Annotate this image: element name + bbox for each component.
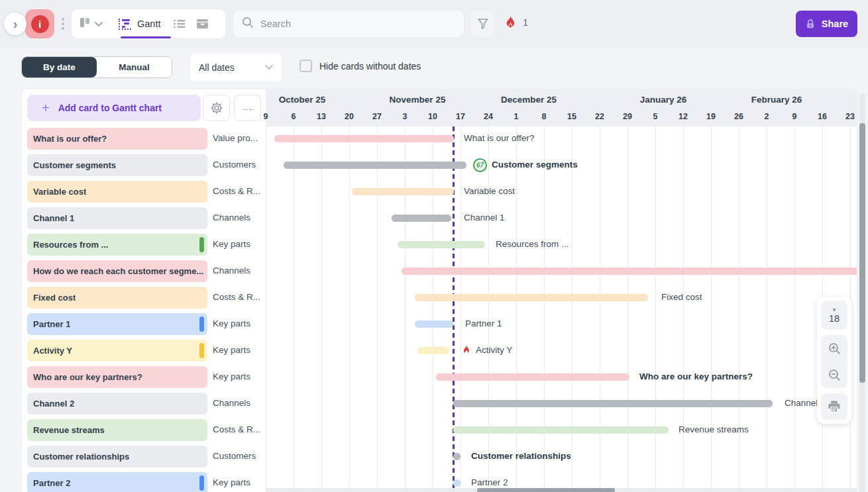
- card-title: Customer relationships: [27, 452, 129, 462]
- week-label: 12: [678, 112, 688, 121]
- filter-funnel-icon: [477, 18, 489, 30]
- by-date-toggle[interactable]: By date: [22, 57, 97, 77]
- gantt-card[interactable]: Resources from ...: [27, 234, 207, 256]
- gantt-bar[interactable]: [415, 320, 453, 328]
- zoom-level-button[interactable]: ▾ 18: [821, 301, 847, 330]
- gantt-panel: + Add card to Gantt chart →← October 25N…: [21, 89, 857, 492]
- schedule-mode-toggle: By date Manual: [21, 56, 172, 78]
- gantt-card[interactable]: Partner 2: [27, 472, 207, 492]
- gantt-chart-area[interactable]: What is our offer?67Customer segmentsVar…: [266, 126, 857, 492]
- card-color-strip: [199, 237, 204, 252]
- week-label: 27: [372, 112, 382, 121]
- week-label: 15: [567, 112, 576, 121]
- list-view-button[interactable]: [174, 19, 186, 28]
- progress-badge: 67: [473, 158, 487, 172]
- gantt-bar[interactable]: [415, 294, 648, 301]
- horizontal-scrollbar-thumb[interactable]: [477, 488, 615, 492]
- week-label: 10: [428, 112, 437, 121]
- priority-indicator[interactable]: 1: [505, 16, 528, 29]
- priority-flame-icon: [462, 345, 470, 358]
- card-title: Channel 2: [27, 399, 74, 409]
- zoom-in-button[interactable]: [821, 335, 847, 362]
- date-range-select[interactable]: All dates: [190, 54, 282, 81]
- gantt-card[interactable]: Revenue streams: [27, 419, 207, 441]
- gantt-card[interactable]: Customer relationships: [27, 446, 207, 467]
- add-card-button[interactable]: + Add card to Gantt chart: [27, 95, 201, 121]
- card-list-label: Customers: [213, 160, 256, 170]
- vertical-scrollbar-thumb[interactable]: [859, 123, 865, 383]
- gantt-card[interactable]: Partner 1: [27, 313, 207, 335]
- gantt-bar[interactable]: [436, 373, 629, 381]
- zoom-level-value: 18: [829, 313, 840, 324]
- week-label: 20: [345, 112, 354, 121]
- bar-label: Customer relationships: [471, 451, 571, 461]
- gantt-card[interactable]: Customer segments: [27, 154, 207, 176]
- top-toolbar: › i Gantt: [0, 0, 868, 48]
- gantt-settings-button[interactable]: [203, 95, 230, 121]
- gantt-bar[interactable]: [352, 188, 454, 195]
- share-button[interactable]: Share: [796, 11, 857, 37]
- chevron-down-icon[interactable]: [95, 18, 103, 30]
- search-input[interactable]: [260, 19, 433, 29]
- zoom-out-button[interactable]: [821, 362, 847, 388]
- bar-label: What is our offer?: [464, 133, 534, 143]
- filter-button[interactable]: [470, 11, 495, 37]
- gantt-bar[interactable]: [402, 268, 857, 275]
- gantt-bar[interactable]: [417, 347, 449, 354]
- bar-label: Revenue streams: [678, 424, 749, 434]
- caret-down-icon: ▾: [832, 307, 836, 313]
- gantt-card[interactable]: What is our offer?: [27, 128, 207, 150]
- gantt-card[interactable]: Variable cost: [27, 181, 207, 203]
- gantt-bar[interactable]: [453, 453, 461, 460]
- card-title: Who are our key partners?: [27, 372, 142, 382]
- gantt-bar[interactable]: [453, 479, 461, 487]
- add-card-label: Add card to Gantt chart: [58, 103, 162, 113]
- gantt-bar[interactable]: [453, 400, 773, 407]
- gantt-bar[interactable]: [284, 162, 466, 169]
- collapse-columns-button[interactable]: →←: [234, 95, 261, 121]
- gantt-bar[interactable]: [453, 426, 669, 434]
- board-logo[interactable]: i: [25, 9, 54, 38]
- week-gridline: [683, 126, 684, 492]
- card-title: Partner 1: [27, 319, 70, 329]
- card-color-strip: [199, 343, 204, 358]
- tab-gantt[interactable]: Gantt: [119, 9, 160, 38]
- gantt-bar[interactable]: [398, 241, 485, 248]
- card-title: Variable cost: [27, 187, 86, 197]
- card-list-label: Key parts: [213, 319, 250, 328]
- hide-cards-label: Hide cards without dates: [319, 61, 421, 72]
- card-title: Customer segments: [27, 160, 116, 170]
- print-button[interactable]: [821, 393, 847, 420]
- bar-label: Variable cost: [464, 186, 515, 196]
- search-bar[interactable]: [233, 11, 464, 37]
- search-icon: [242, 17, 254, 31]
- week-gridline: [349, 126, 350, 492]
- gantt-card[interactable]: Fixed cost: [27, 287, 207, 309]
- gantt-card[interactable]: Who are our key partners?: [27, 366, 207, 388]
- card-list-label: Key parts: [213, 239, 250, 249]
- archive-view-button[interactable]: [196, 19, 209, 29]
- board-menu-button[interactable]: [58, 17, 68, 31]
- print-icon: [828, 401, 841, 413]
- kanban-view-button[interactable]: [80, 17, 103, 30]
- week-label: 24: [484, 112, 493, 121]
- gantt-card[interactable]: Activity Y: [27, 340, 207, 362]
- week-gridline: [794, 126, 795, 492]
- week-label: 13: [317, 112, 326, 121]
- week-label: 22: [595, 112, 604, 121]
- gantt-card[interactable]: Channel 2: [27, 393, 207, 415]
- week-label: 9: [792, 112, 797, 121]
- chevron-down-icon: [265, 65, 273, 70]
- plus-icon: +: [42, 101, 50, 116]
- collapse-sidebar-button[interactable]: ›: [4, 13, 27, 35]
- week-label: 29: [623, 112, 632, 121]
- card-color-strip: [199, 475, 204, 491]
- hide-cards-checkbox[interactable]: [299, 60, 312, 72]
- gantt-card[interactable]: How do we reach each customer segme...: [27, 260, 207, 282]
- gantt-tab-label: Gantt: [137, 19, 160, 29]
- gantt-bar[interactable]: [274, 135, 454, 142]
- gantt-bar[interactable]: [392, 215, 451, 222]
- card-title: How do we reach each customer segme...: [27, 266, 203, 276]
- gantt-card[interactable]: Channel 1: [27, 207, 207, 229]
- manual-toggle[interactable]: Manual: [97, 57, 172, 77]
